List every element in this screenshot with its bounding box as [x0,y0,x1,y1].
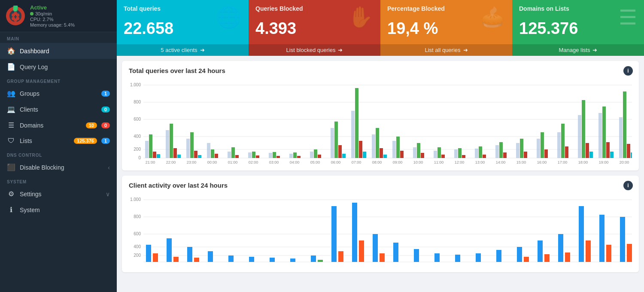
sidebar-item-domains[interactable]: ☰ Domains 10 0 [0,117,117,133]
sidebar-item-query-log[interactable]: 📄 Query Log [0,59,117,75]
svg-text:600: 600 [134,231,141,236]
svg-rect-150 [318,260,323,262]
svg-text:20:00: 20:00 [620,160,629,164]
svg-rect-68 [417,143,420,158]
sidebar-section-system: SYSTEM ⚙ Settings ∨ ℹ System [0,175,117,218]
svg-rect-49 [310,152,313,158]
sidebar-item-settings[interactable]: ⚙ Settings ∨ [0,186,117,202]
svg-text:400: 400 [134,244,141,249]
svg-rect-78 [483,155,486,158]
svg-rect-62 [380,148,383,158]
svg-rect-90 [565,146,568,158]
info-button-total-queries[interactable]: i [623,66,633,76]
disable-blocking-icon: ⬛ [7,163,15,171]
lists-icon: 🛡 [7,137,15,145]
svg-rect-40 [248,152,252,158]
chart-svg-client-activity: 1.000 800 600 400 200 [129,193,632,268]
svg-rect-145 [228,255,234,262]
query-log-icon: 📄 [7,63,15,71]
svg-rect-149 [311,255,316,262]
svg-rect-53 [334,122,338,158]
clients-icon: 💻 [7,105,15,113]
svg-rect-76 [475,149,478,158]
svg-rect-24 [153,152,156,158]
arrow-right-icon: ➜ [200,47,205,53]
stats-row: 🌐 Total queries 22.658 5 active clients … [117,0,644,56]
svg-rect-25 [157,154,160,158]
svg-rect-57 [355,88,358,158]
svg-rect-22 [145,141,149,158]
svg-rect-98 [610,152,614,158]
lists-badge-count: 125.376 [74,138,97,144]
queries-blocked-link[interactable]: List blocked queries ➜ [249,44,380,56]
globe-icon: 🌐 [216,5,242,29]
svg-rect-96 [602,106,606,158]
percentage-blocked-link[interactable]: List all queries ➜ [380,44,512,56]
list-icon: ☰ [619,5,637,29]
domains-badge-zero: 0 [101,122,110,128]
chevron-down-icon: ∨ [106,191,110,198]
svg-rect-139 [153,253,158,262]
status-memory: Memory usage: 5.4% [30,22,75,27]
svg-text:10:00: 10:00 [413,160,423,164]
svg-rect-94 [589,152,593,158]
svg-rect-97 [606,142,610,158]
svg-text:09:00: 09:00 [393,160,403,164]
svg-rect-81 [503,152,507,158]
svg-rect-43 [269,153,272,158]
sidebar-item-disable-blocking[interactable]: ⬛ Disable Blocking ‹ [0,159,117,175]
section-label-main: MAIN [0,32,117,43]
sidebar-item-groups[interactable]: 👥 Groups 1 [0,85,117,101]
svg-rect-146 [249,257,254,262]
svg-rect-67 [413,147,416,158]
svg-rect-36 [215,154,218,158]
system-label: System [20,207,110,213]
clients-label: Clients [20,106,97,113]
chart-title-client-activity: Client activity over last 24 hours [129,182,632,189]
svg-rect-69 [421,153,424,158]
svg-rect-75 [462,155,465,158]
clients-badge: 0 [101,106,110,113]
status-active-label: Active [30,4,75,11]
hand-icon: ✋ [348,5,374,29]
svg-rect-54 [338,145,342,158]
svg-rect-173 [620,217,625,262]
svg-rect-170 [586,240,591,262]
svg-rect-41 [252,152,255,158]
sidebar-item-lists[interactable]: 🛡 Lists 125.376 1 [0,133,117,149]
svg-rect-44 [273,152,276,158]
svg-rect-161 [476,253,481,262]
svg-rect-167 [558,234,563,262]
svg-rect-160 [455,255,460,262]
lists-label: Lists [20,137,70,144]
svg-rect-143 [194,258,199,262]
svg-rect-88 [557,132,561,158]
chart-svg-total-queries: 1.000 800 600 400 200 0 [129,79,632,166]
svg-rect-52 [331,128,334,158]
svg-rect-91 [578,115,581,158]
svg-rect-102 [631,152,632,158]
charts-area: Total queries over last 24 hours i 1.000… [117,56,644,292]
groups-icon: 👥 [7,89,15,97]
sidebar-item-system[interactable]: ℹ System [0,202,117,218]
total-queries-link[interactable]: 5 active clients ➜ [117,44,249,56]
svg-text:19:00: 19:00 [599,160,609,164]
svg-text:16:00: 16:00 [537,160,547,164]
info-button-client-activity[interactable]: i [623,181,633,190]
stat-card-percentage-blocked: 🥧 Percentage Blocked 19,4 % List all que… [380,0,512,56]
domains-on-lists-link[interactable]: Manage lists ➜ [512,44,644,56]
sidebar-item-clients[interactable]: 💻 Clients 0 [0,101,117,117]
svg-rect-172 [606,245,611,262]
svg-text:200: 200 [134,253,141,258]
dashboard-label: Dashboard [20,48,110,55]
svg-rect-51 [318,155,321,158]
svg-rect-142 [187,247,192,262]
svg-rect-77 [479,146,482,158]
svg-rect-159 [434,253,440,262]
svg-text:800: 800 [134,100,141,104]
sidebar-item-dashboard[interactable]: 🏠 Dashboard [0,43,117,59]
svg-text:04:00: 04:00 [290,160,300,164]
svg-rect-59 [363,152,366,158]
svg-rect-144 [208,251,213,262]
sidebar-section-group-management: GROUP MANAGEMENT 👥 Groups 1 💻 Clients 0 … [0,75,117,149]
